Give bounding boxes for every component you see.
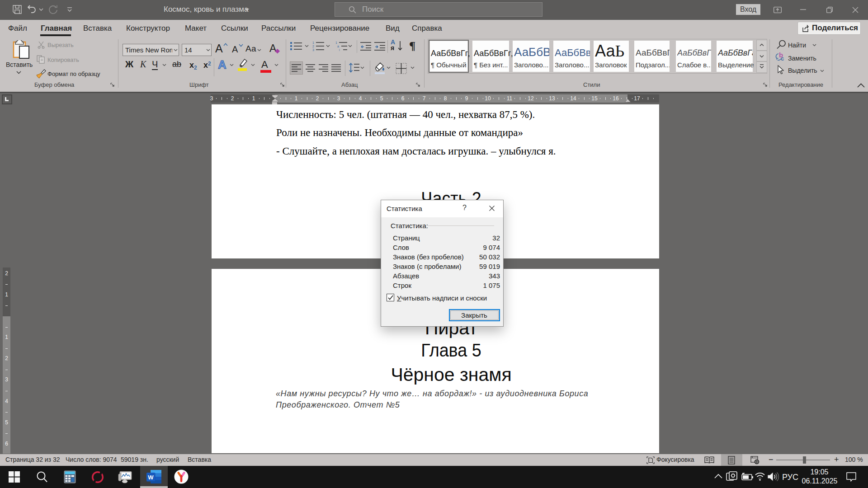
svg-text:a: a <box>337 45 339 48</box>
svg-text:i: i <box>339 48 340 52</box>
svg-text:3: 3 <box>312 48 314 52</box>
svg-text:2: 2 <box>312 45 314 48</box>
svg-text:1: 1 <box>312 41 314 44</box>
svg-text:1: 1 <box>335 41 337 44</box>
svg-text:W: W <box>148 474 154 481</box>
